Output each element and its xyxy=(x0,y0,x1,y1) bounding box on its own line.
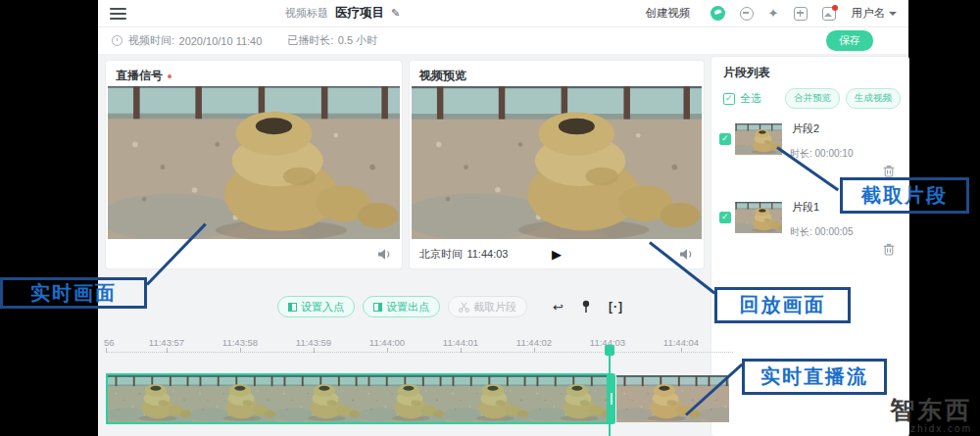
save-button[interactable]: 保存 xyxy=(826,30,873,51)
hamburger-menu-icon[interactable] xyxy=(110,8,126,20)
ruler-tick xyxy=(240,348,241,353)
duration-value: 0.5 小时 xyxy=(338,33,377,48)
clip-checkbox[interactable]: ✓ xyxy=(719,133,731,145)
notification-dot xyxy=(832,5,838,11)
clip-thumbnail[interactable] xyxy=(735,123,782,155)
pin-marker-icon[interactable] xyxy=(581,300,591,314)
volume-icon[interactable] xyxy=(377,248,392,261)
clip-name: 片段2 xyxy=(792,121,819,136)
media-library-icon[interactable] xyxy=(822,7,836,21)
clip-duration: 时长: 00:00:10 xyxy=(790,147,854,161)
filmstrip-frame xyxy=(616,375,701,422)
preview-panel-title: 视频预览 xyxy=(419,68,466,84)
live-panel-footer xyxy=(106,239,402,268)
scissors-icon xyxy=(459,302,469,313)
clip-list-controls: ✓ 全选 合并预览 生成视频 xyxy=(723,88,901,109)
live-video[interactable] xyxy=(108,86,400,239)
selection-tint-overlay xyxy=(108,375,610,422)
live-signal-panel: 直播信号 xyxy=(106,61,402,268)
clock-icon xyxy=(112,35,122,46)
apps-grid-icon[interactable] xyxy=(794,7,808,21)
set-in-point-label: 设置入点 xyxy=(301,300,344,315)
volume-icon[interactable] xyxy=(679,248,694,261)
preview-time-value: 11:44:03 xyxy=(466,248,508,260)
cut-clip-label: 截取片段 xyxy=(473,300,516,315)
live-panel-title-text: 直播信号 xyxy=(116,68,163,84)
callout-capture-clip: 截取片段 xyxy=(840,177,969,214)
playback-video[interactable] xyxy=(412,86,702,239)
ruler-tick xyxy=(534,348,535,353)
set-in-point-button[interactable]: 设置入点 xyxy=(277,296,355,317)
clip-duration-value: 00:00:10 xyxy=(815,148,854,159)
video-time-value: 2020/10/10 11:40 xyxy=(179,35,263,47)
ruler-tick xyxy=(314,348,315,353)
edit-toolbar: 设置入点 设置出点 截取片段 ↩ [·] xyxy=(277,296,623,317)
ruler-tick xyxy=(387,348,388,353)
clip-checkbox[interactable]: ✓ xyxy=(719,212,731,223)
check-icon: ✓ xyxy=(721,212,729,221)
clip-name: 片段1 xyxy=(792,200,819,215)
callout-live-view: 实时画面 xyxy=(0,277,147,309)
cut-clip-button[interactable]: 截取片段 xyxy=(448,296,527,317)
callout-live-stream: 实时直播流 xyxy=(742,359,887,395)
preview-time-label: 北京时间 xyxy=(419,247,463,262)
check-icon: ✓ xyxy=(721,133,729,143)
delete-clip-icon[interactable] xyxy=(883,243,895,256)
ruler-tick-label: 11:44:02 xyxy=(516,337,552,348)
video-title-group: 视频标题 医疗项目 ✎ xyxy=(285,5,400,22)
ruler-tick-label: 11:44:04 xyxy=(663,337,699,348)
delete-clip-icon[interactable] xyxy=(883,165,895,177)
chevron-down-icon xyxy=(889,12,897,16)
help-icon[interactable] xyxy=(740,7,754,21)
top-bar-icons: ✦ xyxy=(710,6,836,21)
ruler-tick-label: 56 xyxy=(104,337,115,348)
duration-label: 已播时长: xyxy=(287,33,333,48)
edit-title-icon[interactable]: ✎ xyxy=(391,7,400,20)
play-button[interactable]: ▶ xyxy=(552,248,562,261)
selected-stream-region[interactable] xyxy=(106,373,612,424)
clip-duration-label: 时长: xyxy=(790,226,812,237)
compass-icon[interactable]: ✦ xyxy=(768,7,779,20)
ruler-tick xyxy=(461,348,462,353)
in-point-icon xyxy=(288,303,297,312)
filmstrip-unselected[interactable] xyxy=(616,375,729,422)
video-title-label: 视频标题 xyxy=(285,6,328,21)
playhead-marker[interactable] xyxy=(605,345,614,356)
filmstrip-frames xyxy=(616,375,729,422)
user-menu[interactable]: 用户名 xyxy=(852,6,898,21)
clip-list-title: 片段列表 xyxy=(723,65,770,81)
app-logo-icon[interactable] xyxy=(710,6,725,21)
ruler-tick xyxy=(681,348,682,353)
callout-playback-view: 回放画面 xyxy=(714,287,851,323)
check-icon: ✓ xyxy=(725,93,733,103)
watermark-brand: 智东西 xyxy=(890,397,972,424)
select-all-label: 全选 xyxy=(740,91,761,106)
timeline-ruler[interactable]: 56 11:43:57 11:43:58 11:43:59 11:44:00 1… xyxy=(106,337,733,359)
generate-video-button[interactable]: 生成视频 xyxy=(846,88,901,109)
live-panel-title: 直播信号 xyxy=(116,68,172,84)
username-text: 用户名 xyxy=(852,6,886,21)
set-out-point-label: 设置出点 xyxy=(386,300,429,315)
merge-preview-button[interactable]: 合并预览 xyxy=(785,88,840,109)
playback-preview-panel: 视频预览 北京时间 11:44:03 ▶ xyxy=(410,61,704,268)
video-time-label: 视频时间: xyxy=(128,33,174,48)
ruler-baseline xyxy=(106,352,733,353)
frame-marker-icon[interactable]: [·] xyxy=(609,301,623,313)
preview-panel-footer: 北京时间 11:44:03 ▶ xyxy=(410,239,704,268)
ruler-tick-label: 11:43:58 xyxy=(222,337,258,348)
clip-thumbnail[interactable] xyxy=(735,202,782,233)
ruler-tick xyxy=(106,348,107,353)
ruler-tick xyxy=(167,348,168,353)
video-title: 医疗项目 xyxy=(335,5,384,22)
ruler-tick-label: 11:43:57 xyxy=(149,337,184,348)
top-bar: 视频标题 医疗项目 ✎ 创建视频 ✦ 用户名 xyxy=(98,0,908,27)
filmstrip-track xyxy=(106,373,729,424)
ruler-tick-label: 11:44:01 xyxy=(443,337,478,348)
set-out-point-button[interactable]: 设置出点 xyxy=(363,296,440,317)
undo-icon[interactable]: ↩ xyxy=(553,301,564,314)
select-all-checkbox[interactable]: ✓ xyxy=(723,93,735,105)
preview-panel-title-text: 视频预览 xyxy=(419,68,466,84)
watermark-site: zhidx.com xyxy=(890,423,972,434)
create-video-link[interactable]: 创建视频 xyxy=(646,6,691,21)
live-indicator-dot xyxy=(168,74,172,78)
